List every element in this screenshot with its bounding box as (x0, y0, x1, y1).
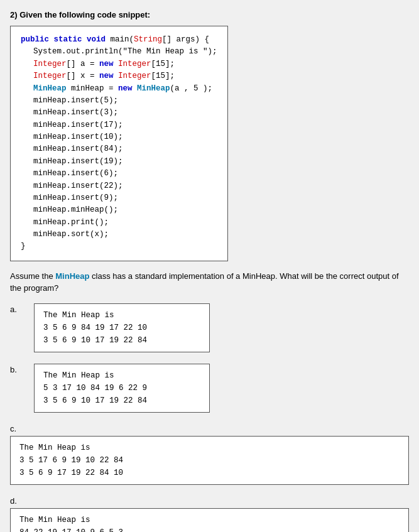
code-line-6: minHeap.insert(3); (33, 107, 217, 119)
assume-text: Assume the MinHeap class has a standard … (10, 270, 409, 295)
option-c-row: c. The Min Heap is 3 5 17 6 9 19 10 22 8… (10, 424, 409, 485)
code-line-11: minHeap.insert(6); (33, 168, 217, 180)
code-line-3: Integer[] x = new Integer[15]; (33, 70, 217, 82)
option-c-line2: 3 5 17 6 9 19 10 22 84 (19, 454, 400, 467)
option-c-line1: The Min Heap is (19, 442, 400, 454)
code-line-16: minHeap.sort(x); (33, 229, 217, 241)
code-line-10: minHeap.insert(19); (33, 156, 217, 168)
option-a-line1: The Min Heap is (43, 309, 200, 322)
code-line-7: minHeap.insert(17); (33, 119, 217, 131)
code-line-13: minHeap.insert(9); (33, 192, 217, 204)
code-header: public static void main(String[] args) { (21, 34, 217, 46)
option-a-row: a. The Min Heap is 3 5 6 9 84 19 17 22 1… (10, 303, 409, 352)
option-b-line3: 3 5 6 9 10 17 19 22 84 (43, 394, 200, 407)
option-b-box: The Min Heap is 5 3 17 10 84 19 6 22 9 3… (34, 364, 210, 413)
code-line-1: System.out.println("The Min Heap is "); (33, 46, 217, 58)
code-line-4: MinHeap minHeap = new MinHeap(a , 5 ); (33, 83, 217, 95)
question-container: 2) Given the following code snippet: pub… (10, 10, 409, 532)
option-d-box: The Min Heap is 84 22 19 17 10 9 6 5 3 8… (10, 508, 409, 532)
option-c-label: c. (10, 424, 409, 433)
option-b-line1: The Min Heap is (43, 369, 200, 382)
question-number: 2) Given the following code snippet: (10, 10, 409, 19)
code-line-5: minHeap.insert(5); (33, 95, 217, 107)
options-list: a. The Min Heap is 3 5 6 9 84 19 17 22 1… (10, 303, 409, 532)
option-a-line3: 3 5 6 9 10 17 19 22 84 (43, 334, 200, 347)
option-d-row: d. The Min Heap is 84 22 19 17 10 9 6 5 … (10, 496, 409, 532)
option-d-label: d. (10, 496, 409, 506)
option-b-line2: 5 3 17 10 84 19 6 22 9 (43, 382, 200, 394)
option-a-box: The Min Heap is 3 5 6 9 84 19 17 22 10 3… (34, 303, 210, 352)
code-line-8: minHeap.insert(10); (33, 131, 217, 143)
code-block: public static void main(String[] args) {… (10, 26, 228, 261)
code-line-14: minHeap.minHeap(); (33, 204, 217, 216)
option-c-line3: 3 5 6 9 17 19 22 84 10 (19, 467, 400, 479)
code-line-15: minHeap.print(); (33, 217, 217, 229)
option-d-line1: The Min Heap is (19, 514, 400, 526)
code-footer: } (21, 241, 217, 252)
option-a-line2: 3 5 6 9 84 19 17 22 10 (43, 322, 200, 334)
option-d-line2: 84 22 19 17 10 9 6 5 3 (19, 526, 400, 532)
code-line-9: minHeap.insert(84); (33, 143, 217, 155)
code-line-12: minHeap.insert(22); (33, 180, 217, 192)
option-b-label: b. (10, 364, 28, 374)
option-b-row: b. The Min Heap is 5 3 17 10 84 19 6 22 … (10, 364, 409, 413)
code-line-2: Integer[] a = new Integer[15]; (33, 58, 217, 70)
option-c-box: The Min Heap is 3 5 17 6 9 19 10 22 84 3… (10, 436, 409, 485)
option-a-label: a. (10, 303, 28, 314)
